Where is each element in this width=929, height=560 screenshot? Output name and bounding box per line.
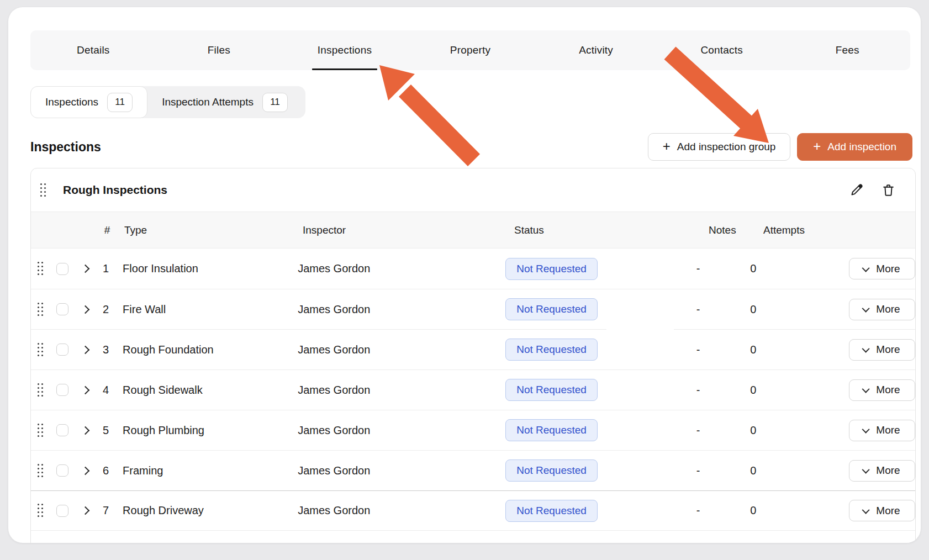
drag-handle-icon[interactable] <box>38 383 44 397</box>
more-button-label: More <box>876 384 900 396</box>
notes-value: - <box>693 464 740 477</box>
tab-label: Inspections <box>318 44 372 56</box>
delete-trash-icon[interactable] <box>881 183 895 197</box>
add-inspection-group-label: Add inspection group <box>677 141 776 153</box>
row-number: 2 <box>96 303 115 316</box>
expand-chevron-icon[interactable] <box>81 265 89 273</box>
page-title: Inspections <box>30 140 101 155</box>
drag-handle-icon[interactable] <box>38 343 44 357</box>
inspector-name: James Gordon <box>297 303 503 316</box>
edit-pencil-icon[interactable] <box>849 183 863 197</box>
more-button[interactable]: More <box>849 339 915 361</box>
tab-details[interactable]: Details <box>30 30 156 70</box>
row-checkbox[interactable] <box>56 505 68 517</box>
notes-value: - <box>693 504 740 517</box>
app-canvas: { "tabs": { "active": "Inspections", "it… <box>0 0 929 560</box>
drag-handle-icon[interactable] <box>38 464 44 478</box>
cursor-highlight-overlay <box>606 300 674 347</box>
tab-property[interactable]: Property <box>408 30 534 70</box>
column-header-notes: Notes <box>705 224 752 236</box>
inspector-name: James Gordon <box>297 504 503 517</box>
row-checkbox[interactable] <box>56 464 68 477</box>
more-button-label: More <box>876 303 900 315</box>
drag-handle-icon[interactable] <box>38 504 44 517</box>
column-header-num: # <box>97 224 117 236</box>
chevron-down-icon <box>862 466 870 474</box>
drag-handle-icon[interactable] <box>38 262 44 276</box>
subtab-inspection-attempts[interactable]: Inspection Attempts11 <box>147 86 302 118</box>
table-row: 2 Fire Wall James Gordon Not Requested -… <box>31 289 915 329</box>
tab-activity[interactable]: Activity <box>533 30 659 70</box>
inspection-type: Rough Foundation <box>115 344 297 356</box>
tab-inspections[interactable]: Inspections <box>282 30 408 70</box>
column-header-status: Status <box>512 224 705 236</box>
inspection-type: Floor Insulation <box>115 262 297 275</box>
table-row: 3 Rough Foundation James Gordon Not Requ… <box>31 329 915 369</box>
more-button[interactable]: More <box>849 420 915 441</box>
attempts-value: 0 <box>739 262 818 275</box>
expand-chevron-icon[interactable] <box>81 305 89 314</box>
inspection-type: Rough Plumbing <box>115 424 297 437</box>
tab-fees[interactable]: Fees <box>784 30 910 70</box>
notes-value: - <box>693 344 740 356</box>
tab-label: Details <box>77 44 109 56</box>
attempts-value: 0 <box>739 464 818 477</box>
chevron-down-icon <box>862 506 870 514</box>
row-checkbox[interactable] <box>56 384 68 396</box>
inspections-subtab-bar: Inspections11Inspection Attempts11 <box>30 86 305 118</box>
more-button-label: More <box>876 464 900 477</box>
inspection-group-card: Rough Inspections <box>30 168 916 543</box>
subtab-inspections[interactable]: Inspections11 <box>30 86 147 118</box>
tab-label: Property <box>450 44 490 56</box>
permit-detail-page: DetailsFilesInspectionsPropertyActivityC… <box>8 7 921 543</box>
tab-label: Contacts <box>700 44 743 56</box>
add-inspection-group-button[interactable]: + Add inspection group <box>648 133 791 161</box>
tab-contacts[interactable]: Contacts <box>659 30 785 70</box>
row-checkbox[interactable] <box>56 303 68 315</box>
count-badge: 11 <box>107 93 133 112</box>
notes-value: - <box>693 424 740 437</box>
status-badge: Not Requested <box>505 379 598 401</box>
expand-chevron-icon[interactable] <box>81 466 89 475</box>
more-button[interactable]: More <box>849 500 915 521</box>
chevron-down-icon <box>862 264 870 272</box>
row-checkbox[interactable] <box>56 424 68 436</box>
drag-handle-icon[interactable] <box>38 424 44 437</box>
expand-chevron-icon[interactable] <box>81 506 89 515</box>
status-badge: Not Requested <box>505 419 598 441</box>
tab-files[interactable]: Files <box>156 30 282 70</box>
add-inspection-button[interactable]: + Add inspection <box>797 133 912 161</box>
top-tab-bar: DetailsFilesInspectionsPropertyActivityC… <box>30 30 910 70</box>
table-row: 1 Floor Insulation James Gordon Not Requ… <box>31 249 915 289</box>
add-inspection-label: Add inspection <box>827 141 896 153</box>
expand-chevron-icon[interactable] <box>81 385 89 394</box>
row-checkbox[interactable] <box>56 344 68 356</box>
more-button[interactable]: More <box>849 258 915 279</box>
inspection-rows: 1 Floor Insulation James Gordon Not Requ… <box>31 249 915 531</box>
expand-chevron-icon[interactable] <box>81 345 89 354</box>
inspector-name: James Gordon <box>297 384 503 397</box>
column-header-inspector: Inspector <box>302 224 512 236</box>
more-button-label: More <box>876 424 900 436</box>
group-actions <box>849 183 895 197</box>
status-badge: Not Requested <box>505 258 598 280</box>
chevron-down-icon <box>862 345 870 353</box>
subtab-label: Inspection Attempts <box>162 96 254 108</box>
row-number: 5 <box>96 424 115 437</box>
plus-icon: + <box>813 140 821 153</box>
attempts-value: 0 <box>739 344 818 356</box>
more-button[interactable]: More <box>849 379 915 401</box>
drag-handle-icon[interactable] <box>40 183 46 197</box>
more-button[interactable]: More <box>849 460 915 482</box>
drag-handle-icon[interactable] <box>38 303 44 316</box>
more-button[interactable]: More <box>849 299 915 320</box>
inspector-name: James Gordon <box>297 344 503 356</box>
inspection-type: Framing <box>115 464 297 477</box>
attempts-value: 0 <box>739 303 818 316</box>
inspector-name: James Gordon <box>297 424 503 437</box>
row-checkbox[interactable] <box>56 263 68 275</box>
count-badge: 11 <box>262 93 288 112</box>
expand-chevron-icon[interactable] <box>81 426 89 435</box>
column-header-attempts: Attempts <box>752 224 832 236</box>
row-number: 1 <box>96 262 115 275</box>
